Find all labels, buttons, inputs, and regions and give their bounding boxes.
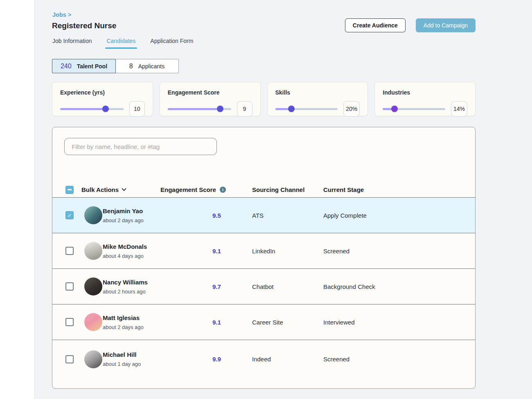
breadcrumb-jobs-link[interactable]: Jobs > xyxy=(52,11,71,18)
candidate-name: Nancy Williams xyxy=(103,279,160,286)
avatar xyxy=(84,242,102,260)
table-row[interactable]: Michael Hill about 1 day ago 9.9 Indeed … xyxy=(52,340,475,378)
tab-candidates[interactable]: Candidates xyxy=(107,38,136,49)
tab-application-form[interactable]: Application Form xyxy=(150,38,193,49)
table-header-row: Bulk Actions Engagement Score i Sourcing… xyxy=(52,182,475,197)
candidate-name: Benjamin Yao xyxy=(103,207,160,214)
avatar xyxy=(84,277,102,295)
engagement-score-slider[interactable] xyxy=(168,106,231,112)
table-row[interactable]: Mike McDonals about 4 days ago 9.1 Linke… xyxy=(52,233,475,268)
row-checkbox[interactable] xyxy=(65,211,74,219)
engagement-score-value: 9.7 xyxy=(160,283,252,290)
row-checkbox[interactable] xyxy=(65,247,74,255)
applicants-count: 8 xyxy=(129,63,133,70)
current-stage-header-label: Current Stage xyxy=(323,186,364,193)
candidate-timestamp: about 2 days ago xyxy=(103,217,160,223)
engagement-score-value: 9.1 xyxy=(160,248,252,255)
bulk-actions-button[interactable]: Bulk Actions xyxy=(81,186,160,193)
header-actions: Create Audience Add to Campaign xyxy=(345,18,476,32)
chevron-down-icon xyxy=(122,186,126,191)
left-sidebar-rail xyxy=(0,0,35,399)
experience-value-box[interactable]: 10 xyxy=(129,101,145,117)
bulk-actions-label: Bulk Actions xyxy=(81,186,119,193)
row-checkbox[interactable] xyxy=(65,355,74,363)
skills-value-box[interactable]: 20% xyxy=(343,101,360,117)
skills-slider[interactable] xyxy=(275,106,338,112)
main-content: Jobs > Registered Nurse Create Audience … xyxy=(52,0,476,399)
filter-label: Skills xyxy=(275,89,360,96)
slider-fill xyxy=(60,108,106,110)
slider-thumb[interactable] xyxy=(288,106,295,112)
candidates-table-card: Bulk Actions Engagement Score i Sourcing… xyxy=(52,127,476,389)
current-stage-value: Screened xyxy=(323,248,462,255)
row-checkbox[interactable] xyxy=(65,282,74,291)
industries-slider[interactable] xyxy=(383,106,445,112)
filter-card-industries: Industries 14% xyxy=(374,82,476,116)
experience-slider[interactable] xyxy=(60,106,124,112)
page-title: Registered Nurse xyxy=(52,21,116,30)
info-icon[interactable]: i xyxy=(220,187,226,193)
slider-thumb[interactable] xyxy=(217,106,223,112)
sourcing-channel-value: Chatbot xyxy=(252,283,323,290)
engagement-score-value: 9.1 xyxy=(160,319,252,326)
sourcing-channel-value: LinkedIn xyxy=(252,248,323,255)
applicants-label: Applicants xyxy=(138,63,165,70)
slider-fill xyxy=(168,108,220,110)
sourcing-channel-value: Career Site xyxy=(252,319,323,326)
avatar xyxy=(84,313,102,331)
industries-value-box[interactable]: 14% xyxy=(451,101,467,117)
engagement-score-value: 9.9 xyxy=(160,356,252,363)
current-stage-value: Apply Complete xyxy=(323,212,462,219)
slider-thumb[interactable] xyxy=(391,106,398,112)
filter-cards: Experience (yrs) 10 Engagement Score 9 xyxy=(52,82,476,116)
sourcing-channel-value: ATS xyxy=(252,212,323,219)
current-stage-value: Interviewed xyxy=(323,319,462,326)
column-header-current-stage: Current Stage xyxy=(323,186,462,193)
select-all-checkbox[interactable] xyxy=(65,186,74,194)
applicants-segment[interactable]: 8 Applicants xyxy=(115,59,178,73)
talent-pool-label: Talent Pool xyxy=(77,63,107,70)
candidate-timestamp: about 4 days ago xyxy=(103,253,160,259)
filter-label: Experience (yrs) xyxy=(60,89,145,96)
candidate-name: Matt Iglesias xyxy=(103,314,160,321)
table-row[interactable]: Nancy Williams about 2 hours ago 9.7 Cha… xyxy=(52,268,475,304)
filter-card-skills: Skills 20% xyxy=(267,82,368,116)
slider-thumb[interactable] xyxy=(102,106,109,112)
table-row[interactable]: Matt Iglesias about 2 days ago 9.1 Caree… xyxy=(52,304,475,340)
sourcing-channel-value: Indeed xyxy=(252,356,323,363)
filter-card-experience: Experience (yrs) 10 xyxy=(52,82,153,116)
row-checkbox[interactable] xyxy=(65,318,74,326)
avatar xyxy=(84,206,102,224)
candidate-name: Mike McDonals xyxy=(103,243,160,250)
candidate-timestamp: about 2 hours ago xyxy=(103,289,160,295)
filter-label: Industries xyxy=(383,89,467,96)
add-to-campaign-button[interactable]: Add to Campaign xyxy=(416,18,476,32)
candidate-timestamp: about 2 days ago xyxy=(103,324,160,330)
talent-pool-count: 240 xyxy=(61,63,72,70)
pool-toggle: 240 Talent Pool 8 Applicants xyxy=(52,59,179,73)
candidate-rows: Benjamin Yao about 2 days ago 9.5 ATS Ap… xyxy=(52,197,475,378)
engagement-score-header-label: Engagement Score xyxy=(160,186,216,193)
table-row[interactable]: Benjamin Yao about 2 days ago 9.5 ATS Ap… xyxy=(52,197,475,233)
candidate-name: Michael Hill xyxy=(103,351,160,358)
current-stage-value: Background Check xyxy=(323,283,462,290)
engagement-score-value-box[interactable]: 9 xyxy=(237,101,252,117)
engagement-score-value: 9.5 xyxy=(160,212,252,219)
filter-card-engagement-score: Engagement Score 9 xyxy=(160,82,261,116)
tab-bar: Job Information Candidates Application F… xyxy=(52,38,193,49)
candidate-timestamp: about 1 day ago xyxy=(103,361,160,367)
current-stage-value: Screened xyxy=(323,356,462,363)
create-audience-button[interactable]: Create Audience xyxy=(345,18,406,32)
talent-pool-segment[interactable]: 240 Talent Pool xyxy=(52,59,116,73)
tab-job-information[interactable]: Job Information xyxy=(52,38,92,49)
column-header-engagement-score: Engagement Score i xyxy=(160,186,252,193)
avatar xyxy=(84,350,102,368)
filter-label: Engagement Score xyxy=(168,89,252,96)
sourcing-channel-header-label: Sourcing Channel xyxy=(252,186,304,193)
column-header-sourcing-channel: Sourcing Channel xyxy=(252,186,323,193)
search-input[interactable] xyxy=(64,138,217,155)
